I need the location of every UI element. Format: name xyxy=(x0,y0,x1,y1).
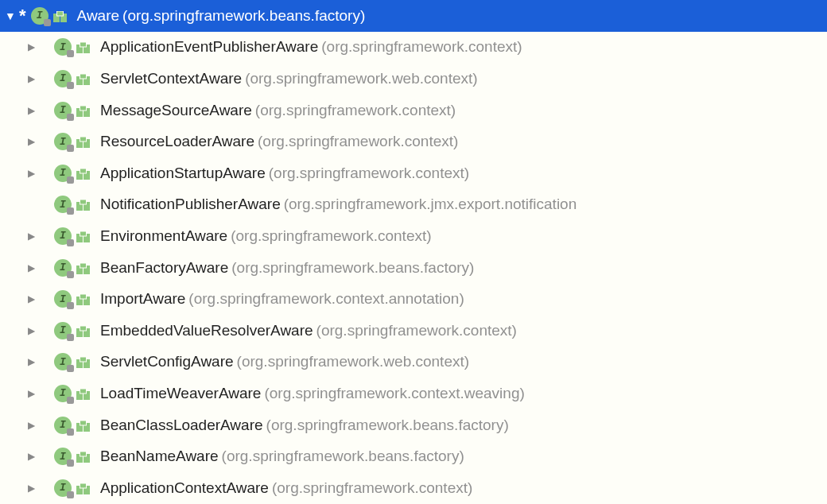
interface-icon xyxy=(54,70,72,87)
interface-icon xyxy=(54,196,72,213)
package-icon xyxy=(76,387,92,400)
class-name-label: ApplicationEventPublisherAware xyxy=(100,38,318,56)
svg-rect-41 xyxy=(80,421,87,425)
svg-rect-20 xyxy=(80,200,87,204)
class-name-label: ApplicationContextAware xyxy=(100,479,269,497)
package-name-label: (org.springframework.context) xyxy=(321,38,522,56)
expand-arrow-icon[interactable]: ▶ xyxy=(24,420,38,431)
tree-child-row[interactable]: ▶EnvironmentAware(org.springframework.co… xyxy=(0,220,827,252)
class-name-label: ServletContextAware xyxy=(100,70,242,87)
package-name-label: (org.springframework.context) xyxy=(316,322,517,339)
type-hierarchy-tree: ▼*Aware(org.springframework.beans.factor… xyxy=(0,0,827,504)
package-name-label: (org.springframework.beans.factory) xyxy=(122,7,365,25)
tree-child-row[interactable]: ▶NotificationPublisherAware(org.springfr… xyxy=(0,189,827,221)
tree-child-row[interactable]: ▶ImportAware(org.springframework.context… xyxy=(0,283,827,315)
interface-icon xyxy=(54,38,72,56)
tree-child-row[interactable]: ▶BeanNameAware(org.springframework.beans… xyxy=(0,440,827,472)
expand-arrow-icon[interactable]: ▶ xyxy=(24,41,38,52)
class-name-label: BeanNameAware xyxy=(100,448,219,465)
tree-child-row[interactable]: ▶BeanFactoryAware(org.springframework.be… xyxy=(0,252,827,284)
tree-root-row[interactable]: ▼*Aware(org.springframework.beans.factor… xyxy=(0,0,827,32)
package-icon xyxy=(76,72,92,85)
expand-arrow-icon[interactable]: ▶ xyxy=(24,105,38,116)
package-name-label: (org.springframework.context.weaving) xyxy=(264,385,524,402)
package-name-label: (org.springframework.context) xyxy=(258,133,458,150)
package-icon xyxy=(76,230,92,242)
svg-rect-23 xyxy=(80,231,87,236)
interface-icon xyxy=(54,385,72,402)
tree-child-row[interactable]: ▶ResourceLoaderAware(org.springframework… xyxy=(0,126,827,157)
interface-icon xyxy=(54,479,72,497)
svg-rect-35 xyxy=(80,357,87,362)
class-name-label: LoadTimeWeaverAware xyxy=(100,385,261,402)
class-name-label: Aware xyxy=(77,7,120,25)
expand-arrow-icon[interactable]: ▶ xyxy=(24,483,38,494)
class-name-label: ResourceLoaderAware xyxy=(100,133,254,150)
svg-rect-44 xyxy=(80,452,87,456)
expand-arrow-icon[interactable]: ▶ xyxy=(24,262,38,273)
expand-arrow-icon[interactable]: ▶ xyxy=(24,136,38,147)
package-icon xyxy=(76,450,92,463)
class-name-label: NotificationPublisherAware xyxy=(100,196,281,213)
expand-arrow-icon[interactable]: ▶ xyxy=(24,293,38,304)
expand-arrow-icon[interactable]: ▶ xyxy=(24,451,38,462)
expand-arrow-icon[interactable]: ▶ xyxy=(24,356,38,367)
expand-arrow-icon[interactable]: ▶ xyxy=(24,73,38,84)
package-name-label: (org.springframework.context) xyxy=(231,227,431,245)
expand-arrow-icon[interactable]: ▶ xyxy=(24,231,38,242)
expand-arrow-icon[interactable]: ▶ xyxy=(24,168,38,179)
svg-rect-38 xyxy=(80,389,87,394)
interface-icon xyxy=(54,227,72,245)
package-name-label: (org.springframework.web.context) xyxy=(245,70,478,87)
svg-rect-5 xyxy=(80,42,87,47)
interface-icon xyxy=(54,322,72,339)
class-name-label: EnvironmentAware xyxy=(100,227,227,245)
tree-child-row[interactable]: ▶ApplicationStartupAware(org.springframe… xyxy=(0,157,827,189)
svg-rect-2 xyxy=(56,11,63,16)
class-name-label: ImportAware xyxy=(100,290,185,308)
package-name-label: (org.springframework.context) xyxy=(255,102,456,119)
package-name-label: (org.springframework.beans.factory) xyxy=(231,259,474,277)
class-name-label: EmbeddedValueResolverAware xyxy=(100,322,313,339)
svg-rect-32 xyxy=(80,326,87,331)
package-icon xyxy=(76,198,92,211)
interface-icon xyxy=(54,165,72,182)
svg-rect-11 xyxy=(80,106,87,110)
interface-icon xyxy=(31,7,49,25)
interface-icon xyxy=(54,259,72,277)
package-icon xyxy=(76,419,92,432)
interface-icon xyxy=(54,133,72,150)
interface-icon xyxy=(54,102,72,119)
tree-child-row[interactable]: ▶BeanClassLoaderAware(org.springframewor… xyxy=(0,409,827,441)
svg-rect-47 xyxy=(80,483,87,488)
package-name-label: (org.springframework.context) xyxy=(269,165,469,182)
svg-rect-29 xyxy=(80,294,87,299)
package-name-label: (org.springframework.context) xyxy=(272,479,472,497)
package-name-label: (org.springframework.beans.factory) xyxy=(266,417,509,434)
tree-child-row[interactable]: ▶ApplicationContextAware(org.springframe… xyxy=(0,472,827,504)
class-name-label: ApplicationStartupAware xyxy=(100,165,266,182)
expand-arrow-icon[interactable]: ▶ xyxy=(24,388,38,399)
package-name-label: (org.springframework.context.annotation) xyxy=(188,290,464,308)
package-icon xyxy=(76,293,92,305)
tree-child-row[interactable]: ▶EmbeddedValueResolverAware(org.springfr… xyxy=(0,315,827,347)
interface-icon xyxy=(54,353,72,370)
expand-arrow-icon[interactable]: ▶ xyxy=(24,325,38,336)
tree-child-row[interactable]: ▶ApplicationEventPublisherAware(org.spri… xyxy=(0,32,827,64)
interface-icon xyxy=(54,417,72,434)
svg-rect-8 xyxy=(80,74,87,79)
package-name-label: (org.springframework.web.context) xyxy=(237,353,470,370)
package-name-label: (org.springframework.jmx.export.notifica… xyxy=(284,196,577,213)
interface-icon xyxy=(54,290,72,308)
class-name-label: MessageSourceAware xyxy=(100,102,252,119)
tree-child-row[interactable]: ▶ServletContextAware(org.springframework… xyxy=(0,63,827,95)
package-icon xyxy=(76,262,92,274)
expand-arrow-icon[interactable]: ▼ xyxy=(3,10,17,22)
package-name-label: (org.springframework.beans.factory) xyxy=(222,448,464,465)
tree-child-row[interactable]: ▶MessageSourceAware(org.springframework.… xyxy=(0,95,827,126)
tree-child-row[interactable]: ▶ServletConfigAware(org.springframework.… xyxy=(0,347,827,378)
tree-child-row[interactable]: ▶LoadTimeWeaverAware(org.springframework… xyxy=(0,378,827,409)
package-icon xyxy=(53,10,69,22)
class-name-label: ServletConfigAware xyxy=(100,353,234,370)
package-icon xyxy=(76,104,92,117)
